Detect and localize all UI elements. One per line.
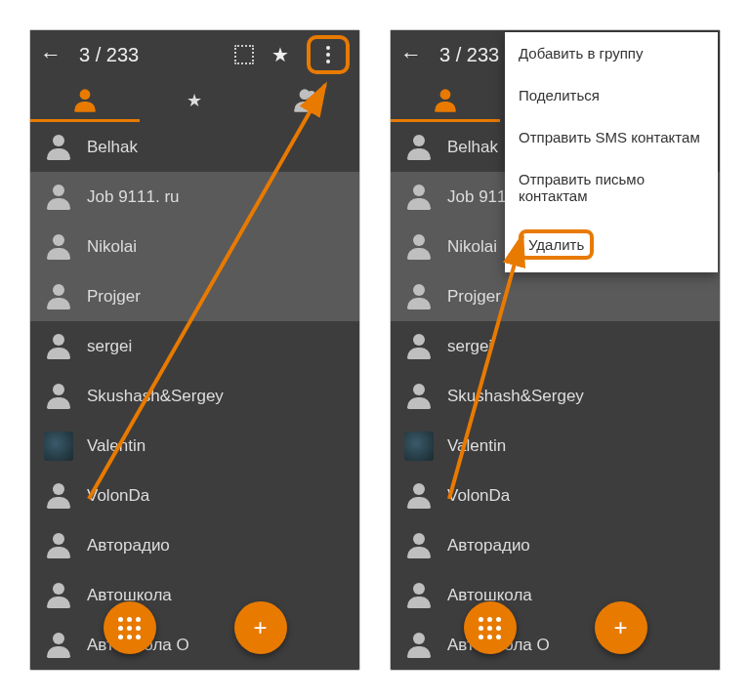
dialpad-icon [118, 617, 141, 639]
menu-item-label: Удалить [528, 236, 584, 253]
contact-name: Skushash&Sergey [87, 387, 224, 406]
overflow-menu-icon[interactable] [314, 41, 342, 68]
menu-item-label: Поделиться [519, 87, 600, 103]
menu-item[interactable]: Отправить SMS контактам [505, 116, 718, 158]
contact-name: Belhak [87, 138, 138, 157]
dialpad-icon [479, 617, 501, 639]
menu-item[interactable]: Удалить [505, 217, 718, 272]
contact-name: Авторадио [87, 536, 170, 556]
avatar [404, 432, 434, 461]
star-icon: ★ [187, 90, 202, 111]
person-icon [44, 282, 73, 311]
person-icon [44, 581, 73, 610]
contact-row[interactable]: Projger [30, 271, 359, 321]
app-bar: ← 3 / 233 ★ [30, 30, 359, 79]
contact-row[interactable]: VolonDa [391, 471, 720, 520]
contact-name: Job 9111. ru [87, 187, 180, 207]
contact-row[interactable]: VolonDa [30, 471, 359, 520]
person-icon [44, 332, 73, 361]
avatar [44, 432, 73, 461]
contact-name: Valentin [87, 436, 146, 456]
contact-name: Projger [447, 287, 501, 307]
dialpad-fab[interactable] [464, 601, 517, 654]
contact-row[interactable]: Автошкола [391, 570, 720, 620]
contact-row[interactable]: Авторадио [391, 520, 720, 570]
person-icon [44, 481, 73, 511]
annotation-highlight-kebab [307, 35, 350, 74]
contact-row[interactable]: sergei [30, 321, 359, 371]
contact-row[interactable]: Belhak [30, 122, 359, 172]
menu-item[interactable]: Поделиться [505, 74, 718, 116]
person-icon [404, 282, 434, 311]
tab-groups[interactable] [250, 79, 359, 122]
contact-name: Projger [87, 287, 141, 307]
contact-name: Skushash&Sergey [447, 387, 584, 406]
contact-row[interactable]: Projger [391, 271, 720, 321]
contact-name: Nikolai [447, 237, 497, 257]
menu-item-label: Отправить SMS контактам [519, 129, 700, 145]
person-icon [44, 382, 73, 411]
person-icon [404, 581, 434, 610]
person-icon [44, 531, 73, 560]
person-icon [404, 481, 434, 511]
contact-row[interactable]: Nikolai [30, 222, 359, 271]
plus-icon: + [253, 614, 267, 641]
contact-list[interactable]: BelhakJob 9111. ruNikolaiProjgersergeiSk… [30, 122, 359, 670]
person-icon [404, 133, 434, 162]
person-icon [404, 332, 434, 361]
contact-row[interactable]: Авторадио [30, 520, 359, 570]
contact-row[interactable]: Valentin [30, 421, 359, 471]
contact-row[interactable]: Автошкола О [30, 620, 359, 670]
favorite-icon[interactable]: ★ [271, 43, 289, 66]
phone-screen-left: ← 3 / 233 ★ ★ BelhakJob 9111. ruNikolaiP… [29, 29, 360, 671]
person-icon [404, 382, 434, 411]
add-contact-fab[interactable]: + [234, 601, 287, 654]
contact-row[interactable]: Job 9111. ru [30, 172, 359, 222]
back-icon[interactable]: ← [40, 42, 62, 67]
dialpad-fab[interactable] [104, 601, 156, 654]
contact-row[interactable]: sergei [391, 321, 720, 371]
person-icon [433, 88, 459, 114]
tab-contacts[interactable] [30, 79, 140, 122]
tab-favorites[interactable]: ★ [140, 79, 249, 122]
contact-name: sergei [87, 337, 132, 356]
menu-item[interactable]: Отправить письмо контактам [505, 158, 718, 217]
menu-item[interactable]: Добавить в группу [505, 32, 718, 74]
person-icon [44, 183, 73, 212]
plus-icon: + [613, 614, 627, 641]
person-icon [404, 232, 434, 262]
contact-name: VolonDa [87, 486, 149, 506]
back-icon[interactable]: ← [400, 42, 422, 67]
contact-row[interactable]: Автошкола О [391, 620, 720, 670]
contact-row[interactable]: Valentin [391, 421, 720, 471]
contact-name: Belhak [447, 138, 498, 157]
person-icon [72, 88, 99, 114]
contact-name: Авторадио [447, 536, 530, 556]
menu-item-label: Добавить в группу [519, 45, 644, 62]
select-all-icon[interactable] [234, 45, 254, 64]
contact-row[interactable]: Skushash&Sergey [30, 371, 359, 421]
add-contact-fab[interactable]: + [595, 601, 647, 654]
menu-item-label: Отправить письмо контактам [519, 171, 645, 204]
person-icon [404, 631, 434, 660]
group-icon [291, 88, 317, 114]
contact-name: VolonDa [447, 486, 510, 506]
contact-row[interactable]: Skushash&Sergey [391, 371, 720, 421]
contact-name: Valentin [447, 436, 506, 456]
overflow-menu: Добавить в группуПоделитьсяОтправить SMS… [505, 32, 718, 272]
person-icon [404, 531, 434, 560]
selection-count: 3 / 233 [79, 44, 217, 66]
person-icon [44, 232, 73, 262]
contact-name: Nikolai [87, 237, 137, 257]
person-icon [44, 631, 73, 660]
tab-bar: ★ [30, 79, 359, 122]
phone-screen-right: ← 3 / 233 ★ BelhakJob 9111. ruNikolaiPro… [390, 29, 721, 671]
contact-row[interactable]: Автошкола [30, 570, 359, 620]
contact-name: sergei [447, 337, 492, 356]
person-icon [404, 183, 434, 212]
tab-contacts[interactable] [391, 79, 500, 122]
person-icon [44, 133, 73, 162]
annotation-highlight-delete: Удалить [519, 229, 594, 260]
